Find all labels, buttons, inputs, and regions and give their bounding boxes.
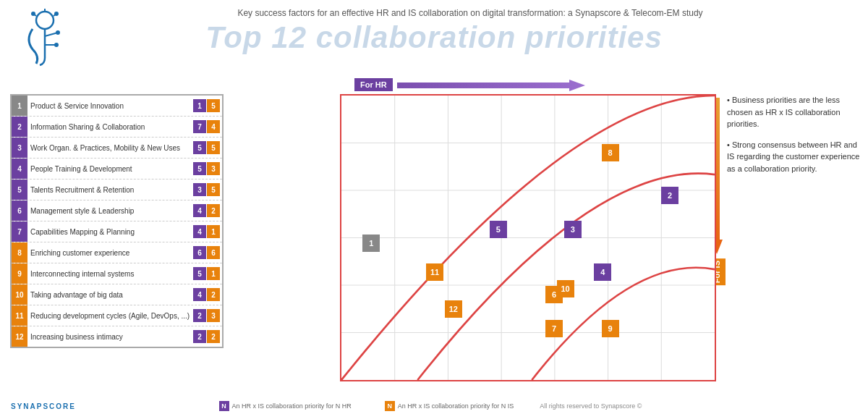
score-hr: 4	[193, 204, 206, 217]
table-row: 6Management style & Leadership42	[12, 200, 222, 221]
row-scores: 55	[193, 141, 222, 154]
chart-area: 123456789101112	[340, 94, 716, 381]
data-point-9: 9	[602, 320, 619, 337]
svg-point-6	[56, 30, 60, 35]
right-panel: Business priorities are the less chosen …	[727, 94, 861, 183]
row-number: 10	[12, 284, 27, 305]
svg-point-7	[54, 43, 59, 47]
row-scores: 35	[193, 183, 222, 196]
row-number: 11	[12, 305, 27, 326]
score-hr: 5	[193, 267, 206, 280]
row-scores: 51	[193, 267, 222, 280]
row-scores: 42	[193, 288, 222, 301]
score-hr: 1	[193, 99, 206, 112]
row-number: 1	[12, 96, 27, 116]
footer: SYNAPSCORE N An HR x IS collaboration pr…	[0, 401, 868, 411]
priority-table: 1Product & Service Innovation152Informat…	[10, 94, 224, 348]
table-row: 3Work Organ. & Practices, Mobility & New…	[12, 138, 222, 159]
data-point-5: 5	[490, 221, 507, 238]
row-label: Management style & Leadership	[27, 206, 193, 216]
score-is: 1	[207, 267, 220, 280]
score-hr: 5	[193, 162, 206, 175]
table-row: 11Reducing development cycles (Agile, De…	[12, 305, 222, 326]
row-number: 3	[12, 138, 27, 158]
table-row: 2Information Sharing & Collaboration74	[12, 117, 222, 138]
row-scores: 74	[193, 120, 222, 133]
score-hr: 2	[193, 309, 206, 322]
score-is: 5	[207, 183, 220, 196]
score-hr: 6	[193, 246, 206, 259]
table-row: 8Enriching customer experience66	[12, 242, 222, 263]
score-is: 3	[207, 309, 220, 322]
table-row: 12Increasing business intimacy22	[12, 326, 222, 347]
data-point-11: 11	[426, 263, 443, 281]
row-number: 2	[12, 117, 27, 137]
table-row: 4People Training & Development53	[12, 159, 222, 179]
table-row: 5Talents Recruitment & Retention35	[12, 179, 222, 200]
score-is: 1	[207, 225, 220, 238]
row-scores: 22	[193, 330, 222, 343]
data-point-7: 7	[545, 320, 563, 337]
score-is: 2	[207, 204, 220, 217]
row-number: 5	[12, 179, 27, 200]
legend-hr-box: N	[219, 401, 229, 411]
score-is: 2	[207, 288, 220, 301]
row-label: Work Organ. & Practices, Mobility & New …	[27, 143, 193, 153]
data-point-10: 10	[557, 280, 574, 297]
data-point-3: 3	[564, 221, 582, 238]
row-scores: 41	[193, 225, 222, 238]
table-row: 1Product & Service Innovation15	[12, 96, 222, 117]
row-label: Enriching customer experience	[27, 248, 193, 258]
svg-point-8	[31, 12, 35, 16]
row-number: 12	[12, 326, 27, 347]
legend-is-box: N	[385, 401, 395, 411]
big-title: Top 12 collaboration priorities	[0, 20, 868, 55]
row-label: Capabilities Mapping & Planning	[27, 227, 193, 237]
data-point-4: 4	[594, 263, 611, 281]
row-label: Interconnecting internal systems	[27, 269, 193, 279]
table-row: 9Interconnecting internal systems51	[12, 263, 222, 284]
right-point-1: Business priorities are the less chosen …	[727, 94, 861, 130]
row-scores: 15	[193, 99, 222, 112]
svg-marker-10	[397, 80, 585, 91]
score-is: 5	[207, 141, 220, 154]
data-point-8: 8	[602, 144, 619, 161]
score-is: 2	[207, 330, 220, 343]
score-hr: 7	[193, 120, 206, 133]
row-label: Information Sharing & Collaboration	[27, 122, 193, 132]
logo	[14, 7, 80, 72]
data-point-2: 2	[661, 187, 678, 204]
score-hr: 2	[193, 330, 206, 343]
for-hr-area: For HR	[354, 78, 578, 91]
row-scores: 66	[193, 246, 222, 259]
row-label: Talents Recruitment & Retention	[27, 185, 193, 195]
legend-hr: N An HR x IS collaboration priority for …	[219, 401, 352, 411]
table-row: 7Capabilities Mapping & Planning41	[12, 221, 222, 242]
row-number: 8	[12, 242, 27, 263]
footer-legend: N An HR x IS collaboration priority for …	[76, 401, 785, 411]
data-point-12: 12	[445, 300, 462, 318]
row-number: 9	[12, 263, 27, 284]
legend-is: N An HR x IS collaboration priority for …	[385, 401, 514, 411]
row-number: 6	[12, 200, 27, 221]
score-is: 4	[207, 120, 220, 133]
score-is: 3	[207, 162, 220, 175]
row-scores: 53	[193, 162, 222, 175]
for-hr-label: For HR	[354, 78, 393, 91]
score-hr: 5	[193, 141, 206, 154]
synapscore-label: SYNAPSCORE	[11, 402, 76, 410]
row-number: 7	[12, 221, 27, 242]
header-title: Key success factors for an effective HR …	[237, 2, 702, 18]
row-label: Increasing business intimacy	[27, 331, 193, 342]
row-scores: 23	[193, 309, 222, 322]
row-label: People Training & Development	[27, 164, 193, 174]
row-label: Reducing development cycles (Agile, DevO…	[27, 310, 193, 321]
score-hr: 4	[193, 288, 206, 301]
right-point-2: Strong consensus between HR and IS regar…	[727, 139, 861, 175]
row-number: 4	[12, 159, 27, 179]
row-scores: 42	[193, 204, 222, 217]
row-label: Taking advantage of big data	[27, 290, 193, 300]
table-row: 10Taking advantage of big data42	[12, 284, 222, 305]
score-hr: 4	[193, 225, 206, 238]
svg-point-0	[36, 12, 54, 29]
